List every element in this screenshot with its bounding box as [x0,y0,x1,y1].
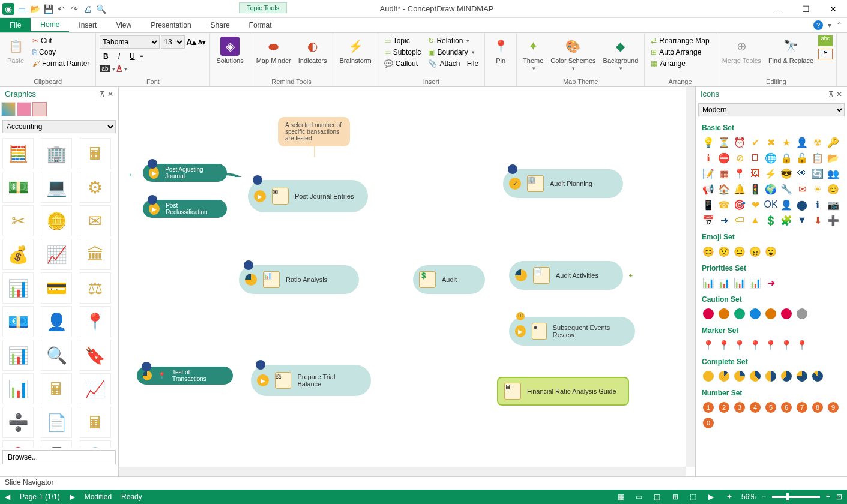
node-ratio-analysis[interactable]: 📊 Ratio Analysis [239,265,359,294]
basic-icon[interactable]: 🔑 [827,136,840,149]
highlight-dropdown[interactable] [111,64,115,73]
context-tab-topic-tools[interactable]: Topic Tools [239,2,287,13]
horizontal-scrollbar[interactable] [119,467,686,476]
tab-share[interactable]: Share [201,18,240,32]
emoji-angry-icon[interactable]: 😠 [749,245,762,258]
underline-button[interactable]: U [126,52,138,61]
emoji-surprised-icon[interactable]: 😮 [764,245,777,258]
view-mode-3-icon[interactable]: ◫ [651,491,663,503]
font-family-select[interactable]: Tahoma [100,35,160,49]
node-post-adjusting[interactable]: ▶ Post Adjusting Journal [143,164,227,182]
basic-icon[interactable]: ☀ [811,182,824,196]
pin-panel-icon[interactable]: ⊼ [828,90,834,98]
emoji-happy-icon[interactable]: 😊 [702,245,715,258]
relation-button[interactable]: ↻Relation [426,35,481,46]
play-presentation-icon[interactable]: ▶ [705,491,717,503]
number-1-icon[interactable]: 1 [702,401,715,414]
rearrange-button[interactable]: ⇄Rearrange Map [648,35,711,46]
graphic-item[interactable]: 🏛 [80,239,111,270]
app-icon[interactable]: ◉ [2,3,14,15]
graphic-item[interactable]: 💶 [2,306,34,337]
close-panel-icon[interactable]: ✕ [107,90,113,98]
merge-topics-button[interactable]: ⊕Merge Topics [720,35,764,65]
marker-icon[interactable]: 📍 [764,338,777,352]
cut-button[interactable]: ✂Cut [30,35,92,46]
priority-icon[interactable]: 📊 [717,276,731,289]
caution-icon[interactable] [717,307,731,320]
graphic-item[interactable]: ✉ [80,205,111,236]
options-icon[interactable]: ⌃ [836,21,842,29]
node-root[interactable]: 💲 Audit [413,265,485,294]
collapse-ribbon-icon[interactable]: ▾ [828,21,831,29]
replace-abc-icon[interactable]: abc [818,35,833,46]
basic-icon[interactable]: 🌐 [764,151,777,164]
priority-arrow-icon[interactable]: ➜ [764,276,777,289]
graphic-item[interactable]: 🪙 [41,205,72,236]
complete-icon[interactable] [811,370,824,383]
graphic-item[interactable]: 📊 [2,340,34,371]
graphic-item[interactable]: ➗ [2,407,34,438]
basic-icon[interactable]: ❤ [749,198,762,211]
view-mode-2-icon[interactable]: ▭ [633,491,645,503]
basic-icon[interactable]: 👤 [795,136,809,149]
emoji-neutral-icon[interactable]: 😐 [733,245,746,258]
vertical-scrollbar[interactable] [686,87,695,467]
emoji-sad-icon[interactable]: 😟 [717,245,731,258]
caution-icon[interactable] [749,307,762,320]
complete-icon[interactable] [733,370,746,383]
number-8-icon[interactable]: 8 [811,401,824,414]
caution-icon[interactable] [764,307,777,320]
icons-style-select[interactable]: Modern [698,103,845,116]
tab-insert[interactable]: Insert [69,18,106,32]
browse-button[interactable]: Browse... [2,450,116,464]
theme-button[interactable]: ✦Theme [520,35,546,73]
find-replace-button[interactable]: 🔭Find & Replace [766,35,816,65]
basic-icon[interactable]: ⬇ [811,214,824,227]
format-painter-button[interactable]: 🖌Format Painter [30,58,92,69]
priority-icon[interactable]: 📊 [749,276,762,289]
redo-icon[interactable]: ↷ [68,3,80,15]
basic-icon[interactable]: ☢ [811,136,824,149]
complete-icon[interactable] [780,370,793,383]
number-7-icon[interactable]: 7 [795,401,809,414]
graphic-item[interactable]: 🖩 [80,138,111,169]
close-panel-icon[interactable]: ✕ [836,90,842,98]
graphic-item[interactable]: 🧮 [2,138,34,169]
maximize-button[interactable]: ☐ [792,0,819,18]
number-4-icon[interactable]: 4 [749,401,762,414]
background-button[interactable]: ◆Background [601,35,641,73]
basic-icon[interactable]: 🔓 [795,151,809,164]
canvas-area[interactable]: A selected number of specific transactio… [119,87,695,476]
graphic-item[interactable]: 📈 [41,239,72,270]
graphic-item[interactable]: ⚖ [80,272,111,304]
graphic-item[interactable]: 👤 [41,306,72,337]
tab-file[interactable]: File [0,18,31,32]
tab-home[interactable]: Home [31,18,69,32]
complete-icon[interactable] [702,370,715,383]
basic-icon[interactable]: ▼ [795,214,809,227]
graphics-tab-2[interactable] [17,102,31,116]
graphic-item[interactable]: 🔖 [80,340,111,371]
font-color-dropdown[interactable] [123,64,127,73]
graphics-tab-3[interactable] [32,102,47,116]
basic-icon[interactable]: ➕ [827,214,840,227]
align-button[interactable]: ≡ [139,52,151,61]
number-9-icon[interactable]: 9 [827,401,840,414]
undo-icon[interactable]: ↶ [55,3,67,15]
marker-icon[interactable]: 📍 [733,338,746,352]
callout-note[interactable]: A selected number of specific transactio… [278,117,350,146]
basic-icon[interactable]: ⊘ [733,151,746,164]
graphic-item[interactable]: 🖩 [80,407,111,438]
map-minder-button[interactable]: ⬬ Map Minder [254,35,294,65]
graphics-category-select[interactable]: Accounting [2,120,116,133]
number-3-icon[interactable]: 3 [733,401,746,414]
basic-icon[interactable]: 📝 [702,167,715,180]
caution-icon[interactable] [795,307,809,320]
basic-icon[interactable]: 🔔 [733,182,746,196]
node-post-journal[interactable]: ▶ ✉ Post Journal Entries [248,180,368,212]
minimize-button[interactable]: — [764,0,792,18]
basic-icon[interactable]: ℹ [811,198,824,211]
mindmap-canvas[interactable]: A selected number of specific transactio… [119,87,686,467]
basic-icon[interactable]: ☎ [717,198,731,211]
settings-icon[interactable]: ✦ [723,491,735,503]
